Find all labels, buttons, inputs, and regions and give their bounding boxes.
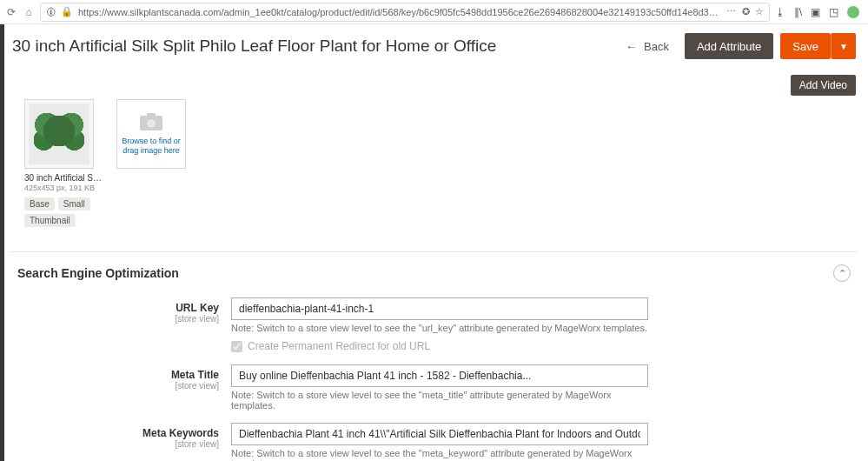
thumb-meta: 425x453 px, 191 KB: [24, 184, 103, 192]
ellipsis-icon[interactable]: ⋯: [726, 6, 737, 17]
gallery-thumb[interactable]: 30 inch Artificial Silk Sp... 425x453 px…: [24, 99, 103, 227]
camera-icon: [139, 112, 163, 131]
library-icon[interactable]: ∥\: [794, 6, 802, 18]
meta-keywords-label: Meta Keywords: [142, 427, 219, 439]
redirect-checkbox[interactable]: [231, 341, 242, 352]
scope-label: [store view]: [14, 314, 219, 324]
star-icon[interactable]: ☆: [755, 6, 764, 17]
role-tag: Base: [24, 197, 55, 210]
field-meta-title: Meta Title [store view] Note: Switch to …: [14, 364, 854, 411]
thumb-caption: 30 inch Artificial Silk Sp...: [24, 172, 103, 184]
url-key-input[interactable]: [231, 297, 648, 320]
protection-icon[interactable]: ✪: [742, 6, 750, 17]
meta-keywords-input[interactable]: [231, 423, 648, 445]
window-icon[interactable]: ▣: [811, 6, 820, 18]
seo-section: Search Engine Optimization ⌃ URL Key [st…: [10, 251, 858, 461]
download-icon[interactable]: ⭳: [775, 6, 785, 18]
meta-keywords-note: Note: Switch to a store view level to se…: [231, 448, 648, 461]
plant-image: [29, 104, 89, 164]
extension-icon[interactable]: ◳: [829, 6, 838, 18]
field-meta-keywords: Meta Keywords [store view] Note: Switch …: [14, 423, 854, 461]
svg-point-2: [147, 119, 156, 128]
toolbar-right: ⭳ ∥\ ▣ ◳: [775, 6, 863, 18]
save-button[interactable]: Save: [780, 33, 831, 59]
field-url-key: URL Key [store view] Note: Switch to a s…: [14, 297, 854, 352]
svg-rect-1: [147, 113, 156, 117]
add-attribute-button[interactable]: Add Attribute: [685, 33, 773, 59]
reload-icon[interactable]: ⟳: [5, 6, 17, 18]
seo-section-header[interactable]: Search Engine Optimization ⌃: [14, 261, 854, 292]
add-video-button[interactable]: Add Video: [791, 75, 856, 96]
thumb-frame: [24, 99, 94, 169]
redirect-label: Create Permanent Redirect for old URL: [248, 340, 430, 352]
url-key-label: URL Key: [176, 302, 219, 314]
role-tags: Base Small Thumbnail: [24, 197, 103, 227]
admin-nav-stripe: [0, 24, 4, 461]
page-title: 30 inch Artificial Silk Split Philo Leaf…: [12, 37, 610, 56]
lock-icon: 🔒: [61, 6, 73, 17]
page-header: 30 inch Artificial Silk Split Philo Leaf…: [0, 24, 868, 68]
image-upload-dropzone[interactable]: Browse to find or drag image here: [116, 99, 186, 169]
seo-section-title: Search Engine Optimization: [17, 266, 179, 280]
arrow-left-icon: ←: [626, 40, 637, 53]
meta-title-label: Meta Title: [171, 369, 219, 381]
back-button[interactable]: ← Back: [617, 33, 678, 59]
meta-title-note: Note: Switch to a store view level to se…: [231, 390, 648, 411]
url-key-note: Note: Switch to a store view level to se…: [231, 323, 648, 333]
back-label: Back: [644, 40, 669, 53]
save-button-group: Save ▼: [780, 33, 856, 59]
redirect-checkbox-row[interactable]: Create Permanent Redirect for old URL: [231, 340, 837, 352]
chevron-up-icon[interactable]: ⌃: [833, 264, 851, 282]
role-tag: Small: [58, 197, 90, 210]
scope-label: [store view]: [14, 381, 219, 391]
save-dropdown-toggle[interactable]: ▼: [831, 33, 856, 59]
home-icon[interactable]: ⌂: [23, 6, 35, 18]
upload-text: Browse to find or drag image here: [121, 137, 182, 156]
meta-title-input[interactable]: [231, 364, 648, 387]
url-text: https://www.silkplantscanada.com/admin_1…: [78, 7, 721, 17]
url-bar[interactable]: 🛈 🔒 https://www.silkplantscanada.com/adm…: [40, 3, 770, 22]
shield-icon: 🛈: [46, 7, 56, 17]
role-tag: Thumbnail: [24, 214, 76, 227]
profile-icon[interactable]: [847, 6, 859, 18]
browser-bar: ⟳ ⌂ 🛈 🔒 https://www.silkplantscanada.com…: [0, 0, 868, 24]
scope-label: [store view]: [14, 439, 219, 449]
image-gallery: 30 inch Artificial Silk Sp... 425x453 px…: [0, 99, 868, 239]
